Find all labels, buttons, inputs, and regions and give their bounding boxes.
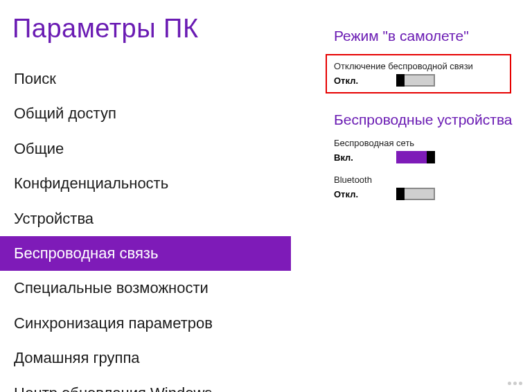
airplane-mode-header: Режим "в самолете" [334, 28, 518, 44]
nav-item-9[interactable]: Центр обновления Windows [12, 376, 291, 392]
nav-item-6[interactable]: Специальные возможности [12, 271, 291, 305]
content-pane: Режим "в самолете" Отключение беспроводн… [291, 0, 532, 392]
bluetooth-setting: Bluetooth Откл. [334, 175, 518, 200]
airplane-mode-toggle[interactable] [396, 74, 435, 87]
bluetooth-state: Откл. [334, 189, 396, 199]
bluetooth-toggle-row: Откл. [334, 188, 518, 200]
sidebar: Параметры ПК ПоискОбщий доступОбщиеКонфи… [0, 0, 291, 392]
nav-list: ПоискОбщий доступОбщиеКонфиденциальность… [12, 62, 291, 392]
wifi-label: Беспроводная сеть [334, 138, 518, 148]
wireless-devices-header: Беспроводные устройства [334, 112, 518, 128]
airplane-mode-toggle-row: Откл. [334, 74, 503, 87]
bluetooth-label: Bluetooth [334, 175, 518, 185]
nav-item-8[interactable]: Домашняя группа [12, 341, 291, 375]
nav-item-4[interactable]: Устройства [12, 202, 291, 236]
wifi-state: Вкл. [334, 152, 396, 163]
wifi-setting: Беспроводная сеть Вкл. [334, 138, 518, 163]
nav-item-1[interactable]: Общий доступ [12, 96, 291, 131]
nav-item-5[interactable]: Беспроводная связь [0, 236, 291, 271]
nav-item-2[interactable]: Общие [12, 132, 291, 166]
airplane-mode-label: Отключение беспроводной связи [334, 61, 503, 71]
wifi-toggle[interactable] [396, 151, 435, 163]
bluetooth-toggle[interactable] [396, 188, 435, 200]
airplane-mode-state: Откл. [334, 75, 396, 86]
airplane-mode-setting: Отключение беспроводной связи Откл. [326, 54, 511, 93]
ellipsis-icon[interactable] [508, 382, 522, 385]
nav-item-7[interactable]: Синхронизация параметров [12, 306, 291, 341]
page-title: Параметры ПК [12, 14, 291, 44]
nav-item-3[interactable]: Конфиденциальность [12, 166, 291, 201]
nav-item-0[interactable]: Поиск [12, 62, 291, 96]
wifi-toggle-row: Вкл. [334, 151, 518, 163]
